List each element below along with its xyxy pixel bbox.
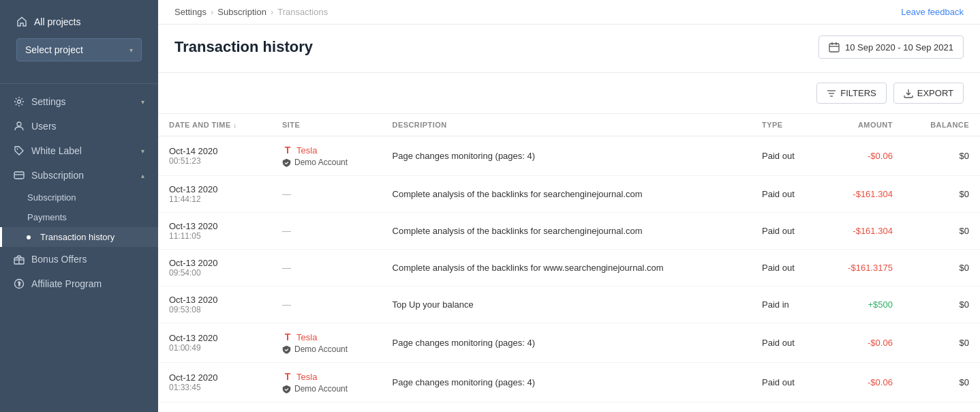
description-text: Page changes monitoring (pages: 4) (393, 377, 536, 387)
amount-value: -$161.304 (853, 189, 893, 199)
site-name-link[interactable]: T Tesla (282, 145, 371, 156)
sidebar-sub-item-subscription[interactable]: Subscription (0, 188, 158, 207)
table-row: Oct-13 202011:11:05—Complete analysis of… (158, 213, 980, 250)
content-area: FILTERS EXPORT DATE AND TIME ↓ (158, 73, 980, 412)
col-amount-label: AMOUNT (858, 121, 893, 129)
breadcrumb-subscription[interactable]: Subscription (217, 7, 266, 17)
description-text: Top Up your balance (393, 299, 474, 310)
affiliate-program-label: Affiliate Program (31, 278, 102, 289)
col-type-label: TYPE (762, 121, 783, 129)
no-site-dash: — (282, 299, 291, 310)
transactions-table-container: DATE AND TIME ↓ SITE DESCRIPTION TYPE (158, 114, 980, 402)
cell-amount: -$161.304 (820, 213, 904, 250)
cell-balance: $0 (904, 286, 980, 323)
site-name-link[interactable]: T Tesla (282, 332, 371, 342)
gift-icon (14, 254, 25, 265)
amount-value: -$161.304 (853, 226, 893, 236)
svg-point-0 (18, 100, 21, 104)
breadcrumb: Settings › Subscription › Transactions (174, 7, 328, 17)
cell-date: Oct-13 202009:54:00 (158, 250, 271, 286)
time-value: 09:54:00 (169, 268, 260, 278)
sidebar-sub-item-transaction-history[interactable]: Transaction history (0, 227, 158, 247)
breadcrumb-settings[interactable]: Settings (174, 7, 206, 17)
balance-value: $0 (960, 189, 969, 199)
col-amount: AMOUNT (820, 114, 904, 136)
leave-feedback-link[interactable]: Leave feedback (901, 7, 964, 17)
col-description-label: DESCRIPTION (393, 121, 447, 129)
date-range-button[interactable]: 10 Sep 2020 - 10 Sep 2021 (818, 35, 964, 59)
cell-amount: -$0.06 (820, 363, 904, 402)
time-value: 09:53:08 (169, 305, 260, 314)
sidebar-sub-item-payments[interactable]: Payments (0, 207, 158, 227)
cell-date: Oct-14 202000:51:23 (158, 136, 271, 176)
page-header: Transaction history 10 Sep 2020 - 10 Sep… (158, 25, 980, 73)
chevron-right-icon: ▾ (141, 98, 144, 106)
time-value: 11:44:12 (169, 194, 260, 204)
amount-value: -$161.3175 (848, 263, 893, 273)
subscription-label: Subscription (31, 170, 84, 181)
tesla-icon: T (282, 145, 293, 156)
cell-amount: -$0.06 (820, 323, 904, 363)
filter-icon (827, 89, 836, 98)
cell-balance: $0 (904, 323, 980, 363)
type-value: Paid out (762, 189, 795, 199)
cell-balance: $0 (904, 136, 980, 176)
date-range-label: 10 Sep 2020 - 10 Sep 2021 (845, 42, 953, 53)
cell-site: T Tesla Demo Account (271, 323, 382, 363)
white-label-label: White Label (31, 145, 82, 156)
col-balance-label: BALANCE (930, 121, 969, 129)
tesla-icon: T (282, 332, 293, 342)
description-text: Complete analysis of the backlinks for s… (393, 226, 643, 236)
sidebar-item-users[interactable]: Users (0, 114, 158, 138)
sidebar-item-affiliate-program[interactable]: Affiliate Program (0, 271, 158, 296)
demo-account: Demo Account (282, 158, 371, 167)
toolbar: FILTERS EXPORT (158, 73, 980, 114)
cell-type: Paid out (751, 363, 820, 402)
sidebar-item-subscription[interactable]: Subscription ▴ (0, 163, 158, 188)
export-label: EXPORT (917, 88, 953, 98)
filters-button[interactable]: FILTERS (816, 83, 887, 104)
sidebar-item-white-label[interactable]: White Label ▾ (0, 138, 158, 163)
project-select[interactable]: Select project ▾ (16, 38, 142, 61)
date-value: Oct-13 2020 (169, 221, 260, 231)
person-icon (14, 121, 25, 132)
type-value: Paid out (762, 377, 795, 387)
cell-type: Paid out (751, 176, 820, 213)
sidebar-item-settings[interactable]: Settings ▾ (0, 89, 158, 114)
demo-account-label: Demo Account (294, 384, 348, 394)
col-balance: BALANCE (904, 114, 980, 136)
cell-description: Page changes monitoring (pages: 4) (382, 363, 752, 402)
table-body: Oct-14 202000:51:23 T Tesla Demo Account… (158, 136, 980, 402)
table-header: DATE AND TIME ↓ SITE DESCRIPTION TYPE (158, 114, 980, 136)
cell-site: — (271, 286, 382, 323)
col-date[interactable]: DATE AND TIME ↓ (158, 114, 271, 136)
all-projects-label: All projects (34, 16, 80, 27)
amount-value: +$500 (868, 299, 893, 310)
balance-value: $0 (960, 377, 969, 387)
site-name-label: Tesla (296, 145, 317, 156)
cell-description: Complete analysis of the backlinks for w… (382, 250, 752, 286)
sidebar-item-all-projects[interactable]: All projects (8, 11, 150, 33)
calendar-icon (829, 42, 840, 53)
col-description: DESCRIPTION (382, 114, 752, 136)
demo-account: Demo Account (282, 384, 371, 394)
shield-icon (282, 385, 291, 394)
cell-site: — (271, 176, 382, 213)
chevron-right-icon-wl: ▾ (141, 147, 144, 155)
export-icon (904, 89, 913, 98)
sidebar-item-bonus-offers[interactable]: Bonus Offers (0, 247, 158, 271)
sidebar-divider (0, 83, 158, 84)
cell-balance: $0 (904, 363, 980, 402)
export-button[interactable]: EXPORT (893, 83, 964, 104)
settings-label: Settings (31, 96, 66, 107)
type-value: Paid in (762, 299, 789, 310)
bonus-offers-label: Bonus Offers (31, 254, 87, 265)
col-site-label: SITE (282, 121, 300, 129)
cell-description: Page changes monitoring (pages: 4) (382, 136, 752, 176)
breadcrumb-sep-2: › (271, 7, 273, 17)
cell-site: — (271, 250, 382, 286)
cell-type: Paid out (751, 136, 820, 176)
description-text: Complete analysis of the backlinks for w… (393, 263, 664, 273)
site-name-link[interactable]: T Tesla (282, 371, 371, 382)
time-value: 11:11:05 (169, 231, 260, 241)
